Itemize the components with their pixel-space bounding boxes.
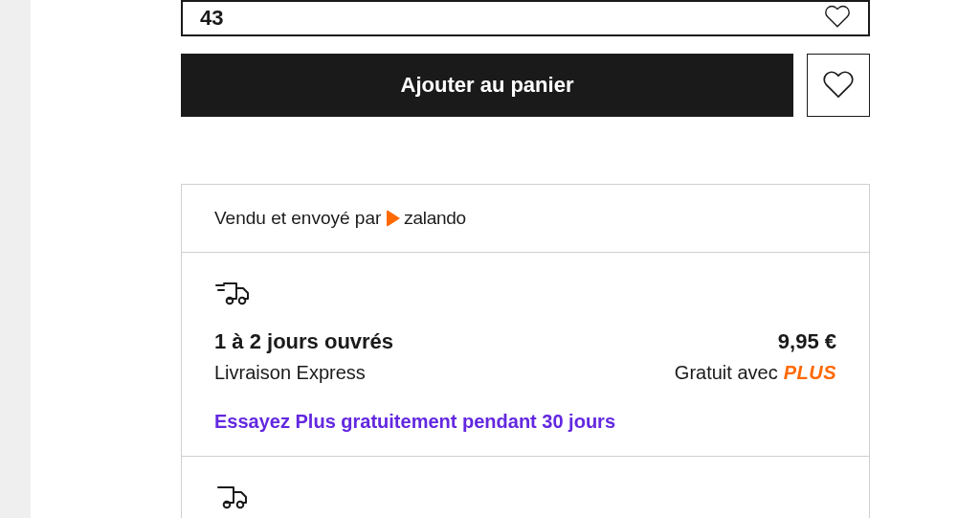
- size-selector[interactable]: 43: [181, 0, 870, 36]
- zalando-play-icon: [387, 210, 400, 227]
- shipping-standard-section: [182, 457, 869, 518]
- shipping-price: 9,95 €: [778, 329, 836, 354]
- seller-row: Vendu et envoyé par zalando: [182, 185, 869, 253]
- svg-point-5: [237, 502, 244, 508]
- plus-badge: PLUS: [784, 362, 836, 384]
- shipping-express-section: 1 à 2 jours ouvrés 9,95 € Livraison Expr…: [182, 253, 869, 457]
- heart-icon: [822, 68, 855, 103]
- free-with-plus: Gratuit avec PLUS: [675, 362, 836, 384]
- svg-point-4: [224, 502, 231, 508]
- zalando-brand-text: zalando: [404, 208, 465, 229]
- add-to-cart-button[interactable]: Ajouter au panier: [181, 54, 793, 117]
- truck-icon: [214, 499, 253, 515]
- svg-point-3: [239, 298, 246, 304]
- info-panel: Vendu et envoyé par zalando: [181, 184, 870, 518]
- express-truck-icon: [214, 295, 253, 311]
- zalando-logo: zalando: [387, 208, 465, 229]
- svg-point-2: [227, 298, 234, 304]
- seller-prefix: Vendu et envoyé par: [214, 208, 381, 229]
- add-to-cart-label: Ajouter au panier: [401, 73, 574, 98]
- shipping-duration: 1 à 2 jours ouvrés: [214, 329, 393, 354]
- selected-size-value: 43: [200, 6, 223, 31]
- shipping-type: Livraison Express: [214, 362, 366, 384]
- free-with-label: Gratuit avec: [675, 362, 778, 384]
- try-plus-link[interactable]: Essayez Plus gratuitement pendant 30 jou…: [214, 411, 836, 433]
- wishlist-button[interactable]: [807, 54, 870, 117]
- heart-icon: [824, 3, 851, 34]
- left-background-strip: [0, 0, 31, 518]
